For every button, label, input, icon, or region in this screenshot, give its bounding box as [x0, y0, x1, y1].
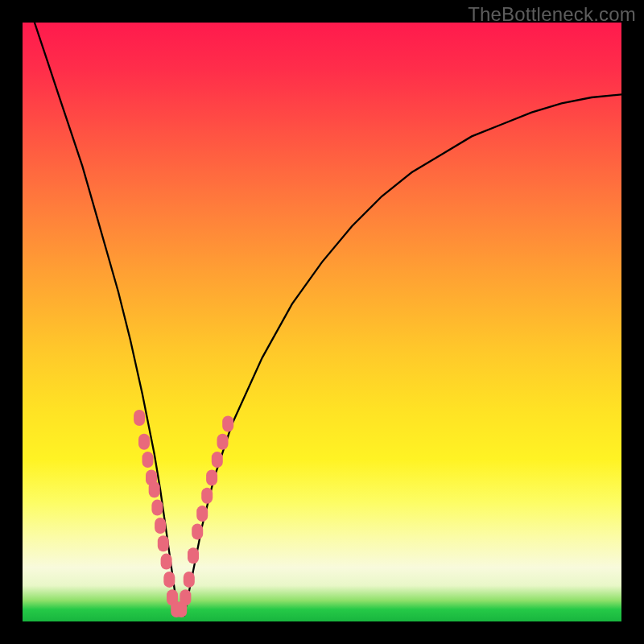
- curve-marker: [188, 547, 199, 564]
- curve-marker: [201, 488, 213, 504]
- curve-marker: [222, 416, 233, 432]
- curve-marker: [134, 410, 145, 426]
- curve-marker: [158, 535, 169, 551]
- curve-marker: [192, 523, 203, 539]
- curve-marker: [217, 434, 229, 450]
- curve-marker: [196, 506, 208, 522]
- curve-marker: [206, 469, 217, 485]
- curve-marker: [151, 500, 163, 516]
- plot-area: [23, 23, 621, 621]
- curve-marker: [163, 572, 175, 588]
- curve-marker: [184, 572, 195, 588]
- bottleneck-curve: [35, 23, 621, 616]
- watermark-text: TheBottleneck.com: [468, 3, 636, 26]
- curve-markers: [134, 410, 233, 617]
- curve-marker: [161, 554, 172, 570]
- curve-marker: [155, 518, 166, 534]
- curve-marker: [149, 481, 160, 497]
- curve-marker: [142, 452, 154, 468]
- chart-overlay: [23, 23, 621, 621]
- chart-frame: TheBottleneck.com: [0, 0, 644, 644]
- curve-marker: [180, 589, 191, 605]
- curve-marker: [138, 434, 150, 450]
- curve-marker: [212, 452, 223, 468]
